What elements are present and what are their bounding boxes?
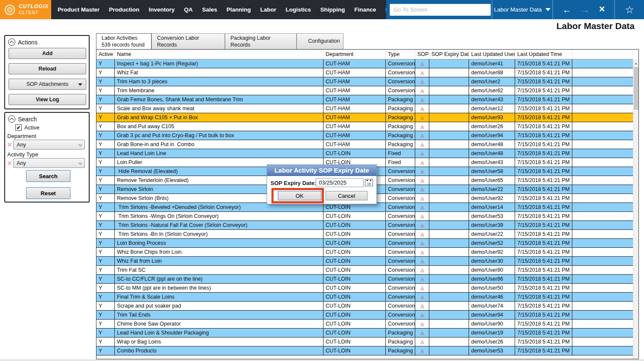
cell-sop[interactable] xyxy=(415,140,429,149)
table-row[interactable]: YTrim MembraneCUT-HAMConversiondemo/User… xyxy=(96,86,633,95)
clear-department-icon[interactable]: × xyxy=(7,141,12,149)
cell-sop[interactable] xyxy=(415,275,429,284)
sop-attachments-dropdown[interactable]: SOP Attachments xyxy=(9,79,86,90)
table-row[interactable]: YFinal Trim & Scale LoinsCUT-LOINConvers… xyxy=(96,293,633,302)
cell-sop[interactable] xyxy=(415,284,429,293)
collapse-chevron-icon[interactable] xyxy=(8,38,15,46)
tab-conversion-labor-records[interactable]: Conversion Labor Records 0 records found xyxy=(152,33,225,49)
table-row[interactable]: Y Trim Sirloins -Bn In (Sirloin Conveyor… xyxy=(96,230,633,239)
back-arrow-icon[interactable]: ← xyxy=(562,5,571,14)
header-cell-department[interactable]: Department xyxy=(323,50,386,59)
cell-sop[interactable] xyxy=(415,320,429,329)
close-icon[interactable]: × xyxy=(599,4,605,14)
favorite-star-icon[interactable]: ☆ xyxy=(625,4,634,16)
scroll-up-arrow[interactable]: ▲ xyxy=(633,59,638,67)
header-cell-type[interactable]: Type xyxy=(386,50,415,59)
cell-sop[interactable] xyxy=(415,221,429,230)
cancel-button[interactable]: Cancel xyxy=(326,191,367,200)
table-row[interactable]: YTrim Tail EndsCUT-LOINConversiondemo/Us… xyxy=(96,311,633,320)
table-row[interactable]: YChime Bone Saw OperatorCUT-LOINConversi… xyxy=(96,320,633,329)
add-button[interactable]: Add xyxy=(9,48,86,59)
table-row[interactable]: YBox and Put away C105CUT-HAMPackagingde… xyxy=(96,122,633,131)
cell-sop[interactable] xyxy=(415,104,429,113)
search-button[interactable]: Search xyxy=(26,170,70,182)
cell-sop[interactable] xyxy=(415,248,429,257)
forward-arrow-icon[interactable]: → xyxy=(581,5,590,14)
table-row[interactable]: YGrab Bone-in and Put in ComboCUT-HAMPac… xyxy=(96,140,633,149)
ok-button[interactable]: OK xyxy=(278,191,321,200)
menu-item-qa[interactable]: QA xyxy=(179,0,197,19)
sop-expiry-date-input[interactable] xyxy=(316,178,364,187)
view-log-button[interactable]: View Log xyxy=(9,94,86,105)
cell-sop[interactable] xyxy=(415,266,429,275)
table-row[interactable]: YLead Hand Loin & Shoulder PackagingCUT-… xyxy=(96,329,633,338)
table-row[interactable]: YGrab and Wrap C105 + Put in BoxCUT-HAMP… xyxy=(96,113,633,122)
cell-sop[interactable] xyxy=(415,311,429,320)
table-row[interactable]: YSC-to MM (ppl are in between the lines)… xyxy=(96,284,633,293)
collapse-chevron-icon[interactable] xyxy=(8,115,15,123)
reset-button[interactable]: Reset xyxy=(26,187,70,199)
cell-sop[interactable] xyxy=(415,158,429,167)
cell-sop[interactable] xyxy=(415,131,429,140)
cell-sop[interactable] xyxy=(415,194,429,203)
cell-sop[interactable] xyxy=(415,113,429,122)
cell-sop[interactable] xyxy=(415,302,429,311)
table-row[interactable]: YLoin Boning ProcessCUT-LOINConversionde… xyxy=(96,239,633,248)
cell-sop[interactable] xyxy=(415,230,429,239)
goto-screen-input[interactable] xyxy=(390,4,491,16)
cell-sop[interactable] xyxy=(415,293,429,302)
cell-sop[interactable] xyxy=(415,346,429,355)
menu-item-finance[interactable]: Finance xyxy=(350,0,381,19)
cell-sop[interactable] xyxy=(415,122,429,131)
menu-item-shipping[interactable]: Shipping xyxy=(316,0,350,19)
clear-activity-type-icon[interactable]: × xyxy=(7,159,12,167)
vertical-scrollbar[interactable]: ▲ xyxy=(633,59,638,359)
menu-item-sales[interactable]: Sales xyxy=(198,0,222,19)
menu-item-product-master[interactable]: Product Master xyxy=(53,0,104,19)
active-checkbox[interactable]: ✔ xyxy=(15,124,22,131)
header-cell-last-updated-time[interactable]: Last Updated Time xyxy=(515,50,572,59)
table-row[interactable]: YSC-to CC/FLCR (ppl are on the line)CUT-… xyxy=(96,275,633,284)
scrollbar-thumb[interactable] xyxy=(634,67,638,110)
tab-labor-activities[interactable]: Labor Activities 539 records found xyxy=(96,33,152,49)
table-row[interactable]: Y Trim Sirloins -Natural Fall Fat Cover … xyxy=(96,221,633,230)
menu-item-production[interactable]: Production xyxy=(104,0,144,19)
cell-sop[interactable] xyxy=(415,338,429,346)
header-cell-sop[interactable]: SOP xyxy=(415,50,429,59)
cell-sop[interactable] xyxy=(415,95,429,104)
cell-sop[interactable] xyxy=(415,167,429,176)
table-row[interactable]: Y Trim Sirloins -Beveled +Denuded (Sirlo… xyxy=(96,203,633,212)
table-row[interactable]: YGrab Femur Bones, Shank Meat and Membra… xyxy=(96,95,633,104)
cell-sop[interactable] xyxy=(415,59,429,68)
cell-sop[interactable] xyxy=(415,329,429,338)
reload-button[interactable]: Reload xyxy=(9,63,86,74)
menu-item-labor[interactable]: Labor xyxy=(256,0,281,19)
table-row[interactable]: YGrab 3 pc and Put into Cryo-Bag / Put b… xyxy=(96,131,633,140)
cell-sop[interactable] xyxy=(415,68,429,77)
table-row[interactable]: Y Trim Sirloins -Wings On (Sirloin Conve… xyxy=(96,212,633,221)
table-row[interactable]: YInspect + bag 1-Pc Ham (Regular)CUT-HAM… xyxy=(96,59,633,68)
cell-sop[interactable] xyxy=(415,212,429,221)
table-row[interactable]: YTrim Ham to 3 piecesCUT-HAMConversionde… xyxy=(96,77,633,86)
cell-sop[interactable] xyxy=(415,257,429,266)
menu-item-planning[interactable]: Planning xyxy=(222,0,256,19)
cell-sop[interactable] xyxy=(415,86,429,95)
cell-sop[interactable] xyxy=(415,185,429,194)
activity-type-select[interactable]: Any xyxy=(13,158,85,168)
menu-item-logistics[interactable]: Logistics xyxy=(281,0,315,19)
tab-configuration[interactable]: Configuration xyxy=(297,33,344,49)
table-row[interactable]: YLead Hand Loin LineCUT-LOINFixeddemo/Us… xyxy=(96,149,633,158)
header-cell-sop-expiry-date[interactable]: SOP Expiry Date xyxy=(429,50,469,59)
department-select[interactable]: Any xyxy=(13,140,85,150)
table-row[interactable]: YWrap or Bag LoinsCUT-LOINPackagingdemo/… xyxy=(96,338,633,346)
table-row[interactable]: YCombo ProductsCUT-LOINPackagingdemo/Use… xyxy=(96,346,633,355)
menu-item-inventory[interactable]: Inventory xyxy=(144,0,180,19)
table-row[interactable]: YScale and Box away shank meatCUT-HAMPac… xyxy=(96,104,633,113)
cell-sop[interactable] xyxy=(415,239,429,248)
tab-packaging-labor-records[interactable]: Packaging Labor Records 0 records found xyxy=(225,33,297,49)
cell-sop[interactable] xyxy=(415,149,429,158)
cell-sop[interactable] xyxy=(415,176,429,185)
table-row[interactable]: YScrape and put soaker padCUT-LOINConver… xyxy=(96,302,633,311)
header-cell-active[interactable]: Active xyxy=(96,50,115,59)
header-cell-name[interactable]: Name xyxy=(115,50,323,59)
